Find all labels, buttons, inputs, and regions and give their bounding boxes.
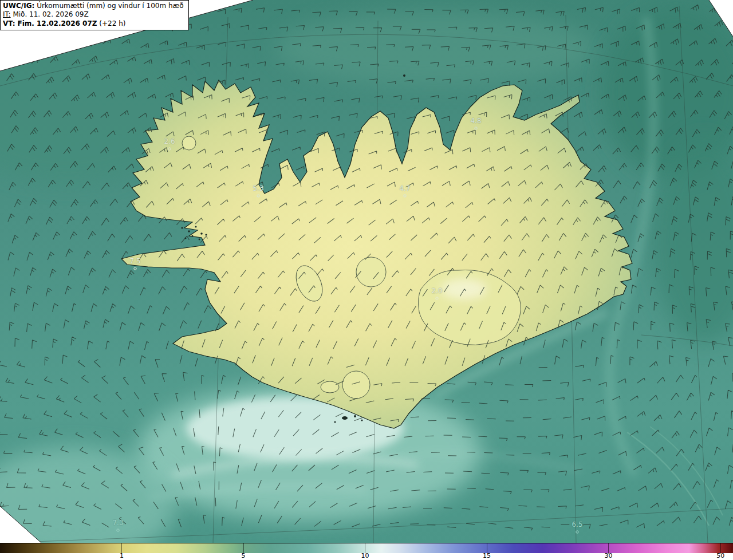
colorbar-tick-label: 15 xyxy=(483,552,491,559)
map-title: Úrkomumætti (mm) og vindur í 100m hæð xyxy=(37,2,184,10)
colorbar: 1510153050 xyxy=(0,543,733,560)
island-grimsey xyxy=(403,74,405,77)
init-time-label: IT: xyxy=(3,10,11,18)
title-line-1: UWC/IG: Úrkomumætti (mm) og vindur í 100… xyxy=(3,2,184,10)
colorbar-tick-label: 30 xyxy=(604,552,612,559)
island-heimaey xyxy=(342,416,348,420)
weather-map: 2.64.85.34.77.52.07.36.5 UWC/IG: Úrkomum… xyxy=(0,0,733,543)
title-line-2: IT: Mið. 11. 02. 2026 09Z xyxy=(3,10,184,19)
colorbar-tick-label: 10 xyxy=(361,552,369,559)
valid-time-label: VT: xyxy=(3,19,15,27)
model-label: UWC/IG: xyxy=(3,2,34,10)
colorbar-tick-label: 1 xyxy=(120,552,124,559)
colorbar-tick-labels: 1510153050 xyxy=(0,553,733,560)
init-time: Mið. 11. 02. 2026 09Z xyxy=(13,10,88,18)
glacier-highlight xyxy=(441,279,487,299)
valid-offset: (+22 h) xyxy=(99,19,125,27)
colorbar-tick-label: 5 xyxy=(241,552,245,559)
glacier-drangajokull xyxy=(182,136,196,150)
title-line-3: VT: Fim. 12.02.2026 07Z (+22 h) xyxy=(3,19,184,28)
valid-time: Fim. 12.02.2026 07Z xyxy=(17,19,97,27)
glacier-eyjafjallajokull xyxy=(321,381,339,393)
map-canvas xyxy=(0,0,733,543)
colorbar-tick-label: 50 xyxy=(716,552,724,559)
glacier-myrdalsjokull xyxy=(342,371,370,399)
title-box: UWC/IG: Úrkomumætti (mm) og vindur í 100… xyxy=(0,0,189,30)
